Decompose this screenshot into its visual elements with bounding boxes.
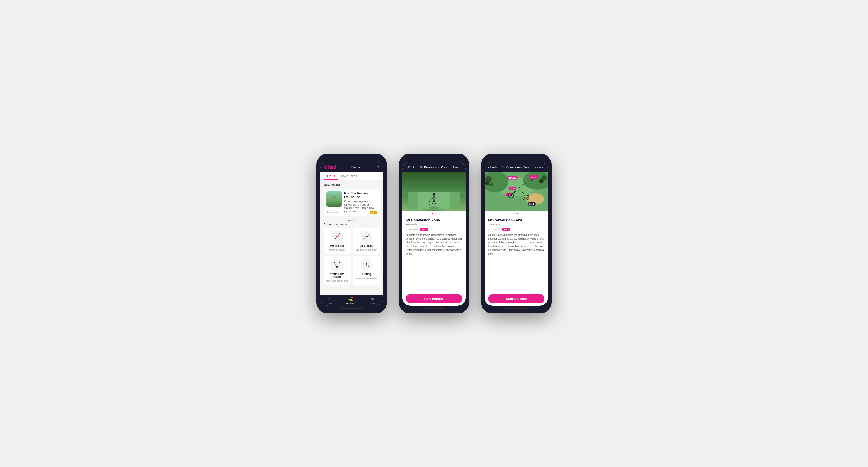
detail-dot-3-2[interactable]: [517, 213, 518, 214]
carousel-dots: [323, 219, 380, 223]
start-practice-button-2[interactable]: Start Practice: [406, 294, 462, 303]
drill-title: Find The Fairway: [344, 192, 368, 195]
svg-point-16: [364, 238, 365, 239]
screen1-title: Practice: [351, 165, 363, 169]
phone-notch-3: [507, 157, 525, 160]
phone-notch-2: [425, 157, 443, 160]
drill-image-photo: [402, 172, 466, 211]
detail-dot-1[interactable]: [432, 213, 433, 214]
svg-text:Miss: Miss: [510, 188, 515, 190]
svg-point-66: [539, 179, 543, 183]
phone-screen-1: clippd Practice ≡ Drills Favourites Most…: [320, 162, 383, 306]
putting-icon: [360, 259, 373, 271]
svg-marker-42: [447, 178, 454, 188]
detail-title-row-3: 6ft Conversion Zone 10-50 yds ☆: [488, 218, 545, 226]
detail-header-3: Back 6ft Conversion Zone Cancel: [485, 162, 548, 172]
app-logo: clippd: [324, 165, 336, 169]
skill-card-approach[interactable]: Approach Dial-in to hit the green: [353, 228, 380, 254]
drill-tag: OTT: [370, 211, 377, 214]
nav-capture-label: Capture: [369, 302, 377, 305]
featured-drill-card[interactable]: Find The Fairway Off The Tee ☆ Create an…: [323, 189, 380, 216]
detail-dots-2: [402, 211, 466, 215]
cancel-button-3[interactable]: Cancel: [535, 166, 545, 169]
detail-drill-range-3: 10-50 yds: [488, 223, 522, 226]
detail-dots-3: [485, 211, 548, 215]
svg-marker-40: [412, 178, 418, 188]
activities-icon: ⛳: [348, 297, 353, 301]
detail-info-3: 6ft Conversion Zone 10-50 yds: [488, 218, 522, 226]
svg-rect-37: [402, 174, 466, 190]
svg-marker-41: [417, 180, 422, 189]
tabs-bar: Drills Favourites: [320, 172, 383, 180]
detail-star[interactable]: ☆: [459, 218, 462, 222]
home-icon: ⌂: [329, 297, 331, 301]
tab-favourites[interactable]: Favourites: [338, 172, 361, 180]
detail-content-2: 6ft Conversion Zone 10-50 yds ☆ 20 shots…: [402, 215, 466, 292]
dot-3[interactable]: [354, 220, 355, 222]
skill-atg-desc: Hone your short game: [326, 279, 348, 282]
svg-point-25: [339, 264, 339, 265]
approach-icon: [360, 230, 373, 243]
bottom-navbar: ⌂ Home ⛳ Activities ⊕ Capture: [320, 295, 383, 306]
svg-point-17: [368, 234, 369, 236]
detail-info: 6ft Conversion Zone 10-50 yds: [406, 218, 440, 226]
skill-putting-name: Putting: [362, 273, 371, 275]
svg-point-48: [433, 193, 435, 196]
menu-icon[interactable]: ≡: [377, 165, 379, 169]
detail-description: 20 shots are randomly generated at dista…: [406, 233, 462, 256]
svg-point-23: [336, 266, 338, 268]
svg-marker-39: [408, 179, 413, 189]
svg-text:ROUGH: ROUGH: [530, 176, 537, 178]
svg-marker-43: [452, 179, 458, 189]
favorite-star[interactable]: ☆: [374, 192, 377, 195]
detail-star-3[interactable]: ☆: [541, 218, 545, 222]
dot-1[interactable]: [348, 220, 350, 222]
golf-photo: [402, 172, 466, 211]
svg-rect-55: [433, 196, 435, 198]
home-bar-3: [504, 307, 528, 309]
golf-course-svg: [402, 172, 466, 211]
detail-drill-range: 10-50 yds: [406, 223, 440, 226]
nav-home[interactable]: ⌂ Home: [327, 297, 333, 305]
svg-point-26: [334, 262, 335, 263]
golf-map-svg: FAIRWAY ROUGH Miss Hit SAND: [485, 172, 548, 211]
skill-card-atg[interactable]: Around The Green Hone your short game: [323, 256, 350, 285]
svg-point-84: [510, 195, 512, 196]
detail-title-row: 6ft Conversion Zone 10-50 yds ☆: [406, 218, 462, 226]
skill-card-ott[interactable]: Off The Tee Power accuracy: [323, 228, 350, 254]
home-bar-2: [422, 307, 446, 309]
cancel-button-2[interactable]: Cancel: [453, 166, 462, 169]
skill-putting-desc: Make and lag practice: [355, 277, 377, 279]
phone-1: clippd Practice ≡ Drills Favourites Most…: [316, 154, 387, 313]
detail-dot-3-1[interactable]: [514, 213, 516, 214]
drill-thumb-image: [327, 192, 342, 207]
detail-description-3: 20 shots are randomly generated at dista…: [488, 233, 545, 256]
dot-2[interactable]: [351, 220, 352, 222]
shots-count: 10 shots: [327, 211, 339, 214]
drill-thumbnail: [327, 192, 342, 207]
skill-card-putting[interactable]: Putting Make and lag practice: [353, 256, 380, 285]
nav-capture[interactable]: ⊕ Capture: [369, 297, 377, 305]
drill-subtitle: Off The Tee: [344, 195, 368, 199]
detail-tag: ARG: [420, 228, 428, 231]
svg-point-77: [527, 195, 529, 197]
home-bar: [340, 307, 364, 309]
tab-drills[interactable]: Drills: [324, 172, 338, 180]
nav-activities-label: Activities: [346, 302, 355, 305]
detail-drill-title: 6ft Conversion Zone: [406, 218, 440, 222]
svg-point-8: [339, 233, 340, 234]
svg-point-24: [335, 264, 336, 265]
phone-2: Back 6ft Conversion Zone Cancel: [399, 154, 469, 313]
svg-point-9: [335, 238, 336, 239]
drill-footer: 10 shots OTT: [327, 209, 377, 214]
skill-ott-name: Off The Tee: [330, 244, 344, 247]
off-the-tee-icon: [331, 230, 343, 243]
back-button-2[interactable]: Back: [406, 165, 414, 169]
start-practice-button-3[interactable]: Start Practice: [488, 294, 545, 303]
screen1-header: clippd Practice ≡: [320, 162, 383, 172]
detail-dot-2[interactable]: [435, 213, 436, 214]
skill-ott-desc: Power accuracy: [329, 248, 345, 252]
back-button-3[interactable]: Back: [488, 165, 497, 169]
around-green-icon: [331, 259, 343, 271]
nav-activities[interactable]: ⛳ Activities: [346, 297, 355, 305]
